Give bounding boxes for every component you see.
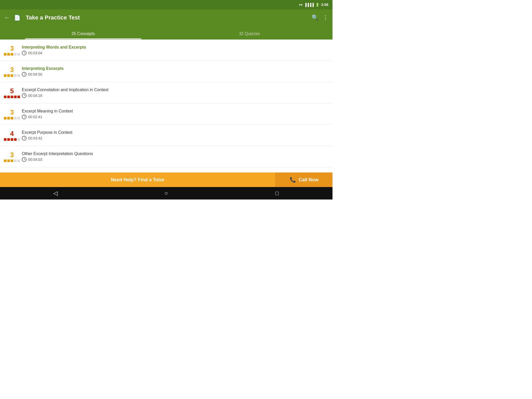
call-now-label: Call Now xyxy=(299,177,318,183)
item-title: Interpreting Excerpts xyxy=(22,66,328,71)
item-content: Excerpt Meaning in Context00:02:41 xyxy=(20,109,328,119)
score-dot xyxy=(14,138,17,141)
item-title: Excerpt Meaning in Context xyxy=(22,109,328,114)
score-dot xyxy=(7,159,10,162)
score-dot xyxy=(7,74,10,77)
time-value: 00:03:42 xyxy=(28,136,42,140)
time-value: 00:04:03 xyxy=(28,157,42,162)
item-time: 00:04:03 xyxy=(22,157,328,162)
score-number: 3 xyxy=(10,151,14,159)
item-content: Interpreting Excerpts00:04:50 xyxy=(20,66,328,77)
content-list[interactable]: 3Interpreting Words and Excerpts00:03:04… xyxy=(0,39,332,172)
nav-back-button[interactable]: ◁ xyxy=(49,187,62,200)
signal-icon: ▐▐▐▐ xyxy=(304,3,314,7)
item-content: Excerpt Connotation and Implication in C… xyxy=(20,88,328,98)
more-button[interactable]: ⋮ xyxy=(323,14,328,21)
score-dot xyxy=(14,117,17,119)
score-dot xyxy=(14,53,17,56)
score-dot xyxy=(7,117,10,119)
clock-icon xyxy=(22,51,26,55)
toolbar: ← 📄 Take a Practice Test 🔍 ⋮ xyxy=(0,9,332,26)
list-item[interactable]: 3Excerpt Meaning in Context00:02:41 xyxy=(0,103,332,125)
tab-bar: 25 Concepts 32 Quizzes xyxy=(0,26,332,39)
list-item[interactable]: 3Other Excerpt Interpretation Questions0… xyxy=(0,146,332,167)
tab-quizzes[interactable]: 32 Quizzes xyxy=(166,31,332,39)
list-item[interactable]: 3Summarizing, Describing, or Paraphrasin… xyxy=(0,167,332,172)
score-dot xyxy=(7,96,10,98)
page-icon: 📄 xyxy=(14,15,21,21)
score-dot xyxy=(11,138,13,141)
page-title: Take a Practice Test xyxy=(26,14,307,21)
clock-icon xyxy=(22,157,26,162)
time-value: 00:03:04 xyxy=(28,51,42,55)
time-value: 00:02:41 xyxy=(28,115,42,119)
item-title: Other Excerpt Interpretation Questions xyxy=(22,151,328,156)
item-time: 00:02:41 xyxy=(22,115,328,119)
score-dot xyxy=(14,74,17,77)
back-button[interactable]: ← xyxy=(4,14,10,21)
list-item[interactable]: 3Interpreting Excerpts00:04:50 xyxy=(0,61,332,82)
score-dot xyxy=(4,159,6,162)
score-dot xyxy=(4,96,6,98)
battery-icon: 🔋 xyxy=(315,3,320,7)
time-value: 00:04:18 xyxy=(28,94,42,98)
score-dot xyxy=(14,159,17,162)
tab-concepts[interactable]: 25 Concepts xyxy=(0,31,166,39)
toolbar-actions: 🔍 ⋮ xyxy=(311,14,328,21)
nav-bar: ◁ ○ □ xyxy=(0,187,332,200)
item-time: 00:04:18 xyxy=(22,93,328,98)
clock-icon xyxy=(22,136,26,141)
status-time: 3:06 xyxy=(321,3,328,7)
score-dot xyxy=(7,53,10,56)
score-dot xyxy=(11,117,13,119)
list-item[interactable]: 4Excerpt Purpose in Context00:03:42 xyxy=(0,125,332,146)
item-score: 4 xyxy=(4,130,20,141)
item-score: 5 xyxy=(4,87,20,98)
score-dots xyxy=(4,74,20,77)
wifi-icon: ▾▾ xyxy=(299,3,303,7)
score-dots xyxy=(4,159,20,162)
item-content: Interpreting Words and Excerpts00:03:04 xyxy=(20,45,328,55)
score-number: 3 xyxy=(10,66,14,74)
score-dot xyxy=(11,53,13,56)
item-time: 00:03:04 xyxy=(22,51,328,55)
tutor-bar: Need Help? Find a Tutor 📞 Call Now xyxy=(0,172,332,187)
nav-home-button[interactable]: ○ xyxy=(160,187,172,200)
score-dot xyxy=(7,138,10,141)
item-score: 3 xyxy=(4,66,20,77)
search-button[interactable]: 🔍 xyxy=(311,14,318,21)
score-dot xyxy=(4,138,6,141)
score-dots xyxy=(4,96,20,98)
clock-icon xyxy=(22,93,26,98)
score-number: 3 xyxy=(10,44,14,52)
nav-recent-button[interactable]: □ xyxy=(271,187,283,200)
item-content: Other Excerpt Interpretation Questions00… xyxy=(20,151,328,162)
status-bar-icons: ▾▾ ▐▐▐▐ 🔋 3:06 xyxy=(299,3,328,7)
find-tutor-button[interactable]: Need Help? Find a Tutor xyxy=(0,177,275,183)
item-time: 00:03:42 xyxy=(22,136,328,141)
item-score: 3 xyxy=(4,44,20,56)
score-dot xyxy=(11,74,13,77)
score-number: 5 xyxy=(10,87,14,95)
score-number: 4 xyxy=(10,130,14,138)
score-number: 3 xyxy=(10,108,14,116)
call-now-button[interactable]: 📞 Call Now xyxy=(275,172,332,187)
list-item[interactable]: 5Excerpt Connotation and Implication in … xyxy=(0,82,332,103)
time-value: 00:04:50 xyxy=(28,72,42,76)
item-content: Excerpt Purpose in Context00:03:42 xyxy=(20,130,328,141)
item-title: Interpreting Words and Excerpts xyxy=(22,45,328,50)
score-dots xyxy=(4,117,20,119)
score-dot xyxy=(4,117,6,119)
score-dot xyxy=(4,74,6,77)
item-title: Excerpt Connotation and Implication in C… xyxy=(22,88,328,92)
score-dot xyxy=(14,96,17,98)
score-dots xyxy=(4,53,20,56)
list-item[interactable]: 3Interpreting Words and Excerpts00:03:04 xyxy=(0,39,332,61)
item-score: 3 xyxy=(4,108,20,119)
clock-icon xyxy=(22,115,26,119)
phone-icon: 📞 xyxy=(290,177,296,183)
status-bar: ▾▾ ▐▐▐▐ 🔋 3:06 xyxy=(0,0,332,9)
clock-icon xyxy=(22,72,26,77)
score-dots xyxy=(4,138,20,141)
item-title: Excerpt Purpose in Context xyxy=(22,130,328,135)
